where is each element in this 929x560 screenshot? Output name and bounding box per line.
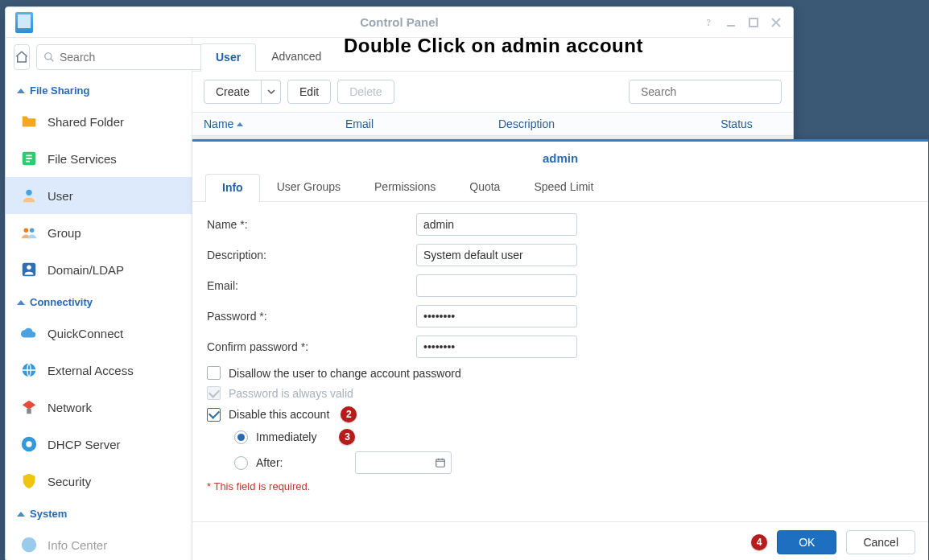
- input-after-date[interactable]: [355, 451, 452, 474]
- sidebar-item-dhcp-server[interactable]: DHCP Server: [6, 426, 192, 463]
- delete-button[interactable]: Delete: [337, 80, 394, 104]
- svg-point-16: [26, 441, 31, 447]
- label-confirm-password: Confirm password *:: [207, 340, 416, 353]
- sidebar-item-domain-ldap[interactable]: Domain/LDAP: [6, 251, 192, 288]
- user-table-header: Name Email Description Status: [192, 112, 793, 136]
- svg-point-8: [26, 190, 31, 196]
- shield-icon: [20, 472, 38, 490]
- col-header-description[interactable]: Description: [498, 117, 680, 130]
- col-header-name[interactable]: Name: [192, 117, 345, 130]
- checkbox-disallow-change[interactable]: [207, 366, 221, 380]
- svg-rect-14: [27, 409, 31, 414]
- sidebar-item-info-center[interactable]: Info Center: [6, 526, 192, 560]
- domain-icon: [20, 261, 38, 278]
- sidebar-item-shared-folder[interactable]: Shared Folder: [6, 103, 192, 140]
- minimize-icon[interactable]: [724, 15, 738, 30]
- dialog-footer: 4 OK Cancel: [192, 521, 928, 560]
- sidebar-search[interactable]: [36, 44, 208, 70]
- window-title: Control Panel: [112, 15, 687, 29]
- user-icon: [20, 187, 38, 204]
- radio-immediately[interactable]: [234, 430, 248, 444]
- sidebar-item-quickconnect[interactable]: QuickConnect: [6, 315, 192, 352]
- dialog-title: admin: [192, 142, 928, 173]
- cancel-button[interactable]: Cancel: [846, 530, 915, 554]
- annotation-3: 3: [339, 429, 355, 445]
- network-icon: [20, 398, 38, 416]
- file-services-icon: [20, 150, 38, 167]
- svg-line-6: [51, 59, 54, 62]
- col-header-status[interactable]: Status: [680, 117, 793, 130]
- ok-button[interactable]: OK: [777, 530, 836, 554]
- toolbar-filter[interactable]: [629, 80, 782, 104]
- group-icon: [20, 224, 38, 241]
- input-email[interactable]: [416, 274, 577, 297]
- tab-speed-limit[interactable]: Speed Limit: [517, 173, 610, 201]
- checkbox-password-always-valid: [207, 386, 221, 400]
- tab-user[interactable]: User: [200, 43, 256, 72]
- checkbox-disable-account[interactable]: [207, 408, 221, 422]
- sidebar-item-file-services[interactable]: File Services: [6, 140, 192, 177]
- tab-permissions[interactable]: Permissions: [357, 173, 452, 201]
- label-description: Description:: [207, 249, 416, 261]
- calendar-icon: [435, 457, 446, 468]
- sidebar-search-input[interactable]: [60, 51, 200, 64]
- filter-input[interactable]: [641, 85, 782, 98]
- user-toolbar: Create Edit Delete: [192, 72, 793, 112]
- input-password[interactable]: [416, 305, 577, 327]
- folder-icon: [20, 113, 38, 130]
- sidebar-item-user[interactable]: User: [6, 177, 192, 214]
- label-password-always-valid: Password is always valid: [229, 387, 353, 400]
- tab-quota[interactable]: Quota: [452, 173, 517, 201]
- svg-point-5: [45, 53, 52, 60]
- section-file-sharing[interactable]: File Sharing: [6, 76, 192, 103]
- input-name[interactable]: [416, 213, 577, 236]
- help-icon[interactable]: [701, 15, 716, 30]
- cloud-icon: [20, 324, 38, 342]
- sidebar-item-network[interactable]: Network: [6, 389, 192, 426]
- dialog-tabs: Info User Groups Permissions Quota Speed…: [192, 173, 928, 202]
- col-header-email[interactable]: Email: [345, 117, 498, 130]
- annotation-2: 2: [341, 406, 357, 422]
- annotation-4: 4: [751, 534, 767, 550]
- section-connectivity[interactable]: Connectivity: [6, 288, 192, 315]
- edit-user-dialog: admin Info User Groups Permissions Quota…: [192, 139, 928, 560]
- sort-asc-icon: [237, 122, 243, 126]
- input-description[interactable]: [416, 244, 577, 266]
- app-icon: [15, 12, 33, 33]
- label-after: After:: [256, 456, 283, 469]
- sidebar-item-security[interactable]: Security: [6, 463, 192, 500]
- svg-point-9: [24, 229, 28, 233]
- dhcp-icon: [20, 435, 38, 453]
- label-disallow-change: Disallow the user to change account pass…: [229, 367, 461, 380]
- maximize-icon[interactable]: [746, 15, 761, 30]
- required-note: * This field is required.: [207, 480, 914, 492]
- svg-rect-18: [436, 459, 445, 467]
- home-button[interactable]: [14, 44, 30, 70]
- globe-icon: [20, 361, 38, 379]
- svg-point-10: [30, 229, 34, 233]
- sidebar-item-external-access[interactable]: External Access: [6, 352, 192, 389]
- create-dropdown-button[interactable]: [262, 80, 281, 104]
- svg-rect-2: [749, 19, 758, 27]
- input-confirm-password[interactable]: [416, 336, 577, 358]
- window-titlebar: Control Panel: [6, 7, 793, 38]
- control-panel-window: Control Panel Double Click on admin acco…: [5, 6, 794, 560]
- sidebar: File Sharing Shared Folder File Services…: [6, 38, 192, 560]
- section-system[interactable]: System: [6, 500, 192, 526]
- instruction-overlay: Double Click on admin account: [344, 35, 643, 57]
- label-disable-account: Disable this account: [229, 408, 329, 421]
- svg-point-0: [708, 24, 709, 25]
- tab-info[interactable]: Info: [205, 174, 260, 202]
- radio-after[interactable]: [234, 456, 248, 470]
- label-immediately: Immediately: [256, 430, 316, 443]
- create-button[interactable]: Create: [204, 80, 262, 104]
- tab-advanced[interactable]: Advanced: [256, 43, 337, 71]
- label-name: Name *:: [207, 218, 416, 231]
- chevron-up-icon: [17, 300, 25, 305]
- label-password: Password *:: [207, 310, 416, 323]
- close-icon[interactable]: [769, 15, 783, 30]
- info-form: Name *: Description: Email:: [192, 202, 928, 521]
- tab-user-groups[interactable]: User Groups: [260, 173, 357, 201]
- sidebar-item-group[interactable]: Group: [6, 214, 192, 251]
- edit-button[interactable]: Edit: [287, 80, 331, 104]
